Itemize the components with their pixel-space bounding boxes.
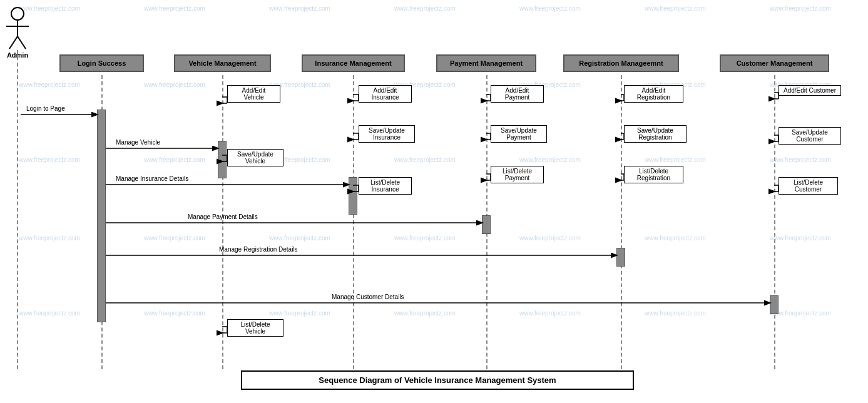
footer-label: Sequence Diagram of Vehicle Insurance Ma…	[241, 370, 634, 390]
diagram-container: www.freeprojectz.com www.freeprojectz.co…	[0, 0, 868, 403]
label-manage-vehicle: Manage Vehicle	[116, 139, 160, 146]
label-login-to-page: Login to Page	[26, 105, 65, 112]
label-manage-registration: Manage Registration Details	[219, 246, 298, 253]
label-manage-insurance: Manage Insurance Details	[116, 175, 188, 182]
label-manage-customer: Manage Customer Details	[332, 293, 404, 300]
label-manage-payment: Manage Payment Details	[188, 213, 258, 220]
arrows-svg	[0, 0, 868, 403]
